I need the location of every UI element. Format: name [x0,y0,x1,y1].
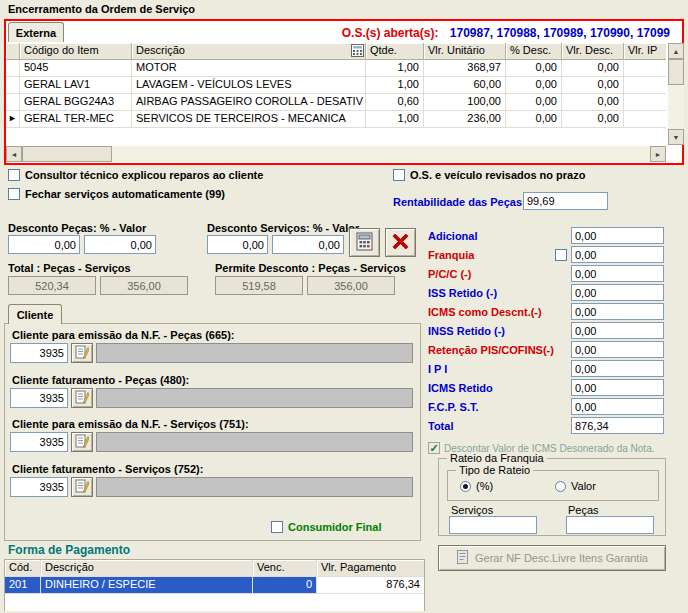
icms-descnt-field[interactable] [571,303,664,320]
desconto-servicos-valor-field[interactable] [272,235,344,254]
rateio-valor-radio[interactable] [555,481,566,492]
cliente-nf-pecas-code-field[interactable] [10,343,68,363]
calculator-icon[interactable] [351,44,364,57]
hscroll-track[interactable] [112,146,650,162]
vscroll-track[interactable] [668,85,684,129]
cliente-fat-servicos-lookup-button[interactable] [71,477,93,497]
valores-row-franquia: Franquia [428,246,664,263]
pagamento-row[interactable]: 201 DINHEIRO / ESPECIE 0 876,34 [5,577,424,594]
scroll-right-button[interactable]: ► [650,146,666,162]
red-x-icon [392,233,409,252]
rateio-opcao-valor[interactable]: Valor [555,480,596,492]
header-descricao[interactable]: Descrição [132,43,366,60]
rentabilidade-field[interactable] [523,192,608,210]
item-row[interactable]: 5045 MOTOR 1,00 368,97 0,00 0,00 [6,60,666,77]
items-hscrollbar[interactable]: ◄ ► [6,146,666,162]
cliente-fat-pecas-code-field[interactable] [10,388,68,408]
rateio-pct-radio[interactable] [460,481,471,492]
header-qtde[interactable]: Qtde. [366,43,424,60]
tab-cliente[interactable]: Cliente [8,304,62,324]
vscroll-thumb[interactable] [668,59,684,85]
inss-retido-field[interactable] [571,322,664,339]
adicional-field[interactable] [571,227,664,244]
cell-descricao: AIRBAG PASSAGEIRO COROLLA - DESATIV [132,94,366,111]
item-row[interactable]: GERAL LAV1 LAVAGEM - VEÍCULOS LEVES 1,00… [6,77,666,94]
recalcular-button[interactable] [349,228,380,257]
cliente-nf-servicos-lookup-button[interactable] [71,432,93,452]
limpar-descontos-button[interactable] [385,228,416,257]
desconto-servicos-pct-field[interactable] [207,235,268,254]
hscroll-thumb[interactable] [22,146,112,162]
fechar-auto-label: Fechar serviços automaticamente (99) [25,188,225,200]
rateio-franquia-group: Rateio da Franquia Tipo de Rateio (%) Va… [438,458,666,536]
cell-codigo: GERAL TER-MEC [20,111,132,128]
option-consultor[interactable]: Consultor técnico explicou reparos ao cl… [8,169,263,181]
header-vlr-pagamento[interactable]: Vlr. Pagamento [317,560,424,577]
lookup-edit-icon [75,390,89,406]
cell-vlr-unitario: 236,00 [424,111,506,128]
consultor-checkbox[interactable] [8,169,20,181]
cliente-nf-pecas-lookup-button[interactable] [71,343,93,363]
header-codigo[interactable]: Código do Item [20,43,132,60]
rateio-servicos-field[interactable] [449,516,537,534]
tab-cliente-label: Cliente [17,309,54,321]
icms-retido-field[interactable] [571,379,664,396]
iss-retido-field[interactable] [571,284,664,301]
cliente-fat-pecas-lookup-button[interactable] [71,388,93,408]
option-fechar-auto[interactable]: Fechar serviços automaticamente (99) [8,188,225,200]
fcp-st-field[interactable] [571,398,664,415]
pcc-field[interactable] [571,265,664,282]
header-perc-desc[interactable]: % Desc. [506,43,562,60]
header-venc[interactable]: Venc. [253,560,317,577]
grid-empty-area [6,128,666,146]
cell-descricao: MOTOR [132,60,366,77]
cell-venc: 0 [253,577,317,594]
cliente-nf-pecas-label: Cliente para emissão da N.F. - Peças (66… [12,329,235,341]
descontar-icms-checkbox[interactable]: ✓ [428,442,440,454]
total-geral-field[interactable] [571,417,664,434]
cliente-nf-servicos-code-field[interactable] [10,432,68,452]
scroll-down-button[interactable]: ▼ [668,129,684,145]
item-row-current[interactable]: ► GERAL TER-MEC SERVICOS DE TERCEIROS - … [6,111,666,128]
adicional-label: Adicional [428,230,567,242]
cell-vlr-ipi [624,94,666,111]
scroll-up-button[interactable]: ▲ [668,43,684,59]
header-cod[interactable]: Cód. [5,560,41,577]
items-vscrollbar[interactable]: ▲ ▼ [668,43,684,145]
consultor-label: Consultor técnico explicou reparos ao cl… [25,169,263,181]
tab-externa[interactable]: Externa [8,22,64,42]
franquia-field[interactable] [571,246,664,263]
cell-vlr-unitario: 100,00 [424,94,506,111]
rateio-opcao-pct[interactable]: (%) [460,480,493,492]
pis-cofins-field[interactable] [571,341,664,358]
revisados-checkbox[interactable] [393,169,405,181]
ipi-field[interactable] [571,360,664,377]
option-consumidor-final[interactable]: Consumidor Final [271,521,382,533]
arrow-left-icon: ◄ [11,151,18,158]
cell-perc-desc: 0,00 [506,77,562,94]
gerar-nf-button[interactable]: Gerar NF Desc.Livre Itens Garantia [438,545,666,571]
header-vlr-unitario[interactable]: Vlr. Unitário [424,43,506,60]
consumidor-final-checkbox[interactable] [271,521,283,533]
option-revisados[interactable]: O.S. e veículo revisados no prazo [393,169,585,181]
header-vlr-ipi[interactable]: Vlr. IP [624,43,666,60]
cliente-fat-servicos-code-field[interactable] [10,477,68,497]
page-title: Encerramento da Ordem de Serviço [8,3,195,15]
fechar-auto-checkbox[interactable] [8,188,20,200]
pis-cofins-label: Retenção PIS/COFINS(-) [428,344,567,356]
open-os-line: O.S.(s) aberta(s): 170987, 170988, 17098… [342,26,670,40]
permite-desconto-pecas-field: 519,58 [215,276,303,295]
icms-descnt-label: ICMS como Descnt.(-) [428,306,567,318]
franquia-checkbox[interactable] [555,249,567,261]
desconto-pecas-pct-field[interactable] [8,235,80,254]
item-row[interactable]: GERAL BGG24A3 AIRBAG PASSAGEIRO COROLLA … [6,94,666,111]
header-descricao[interactable]: Descrição [41,560,253,577]
desconto-pecas-valor-field[interactable] [84,235,156,254]
rateio-pecas-field[interactable] [566,516,654,534]
ipi-label: I P I [428,363,567,375]
cell-vlr-ipi [624,77,666,94]
lookup-edit-icon [75,479,89,495]
items-grid: Código do Item Descrição Qtde. Vlr. Unit… [6,43,666,146]
scroll-left-button[interactable]: ◄ [6,146,22,162]
header-vlr-desc[interactable]: Vlr. Desc. [562,43,624,60]
